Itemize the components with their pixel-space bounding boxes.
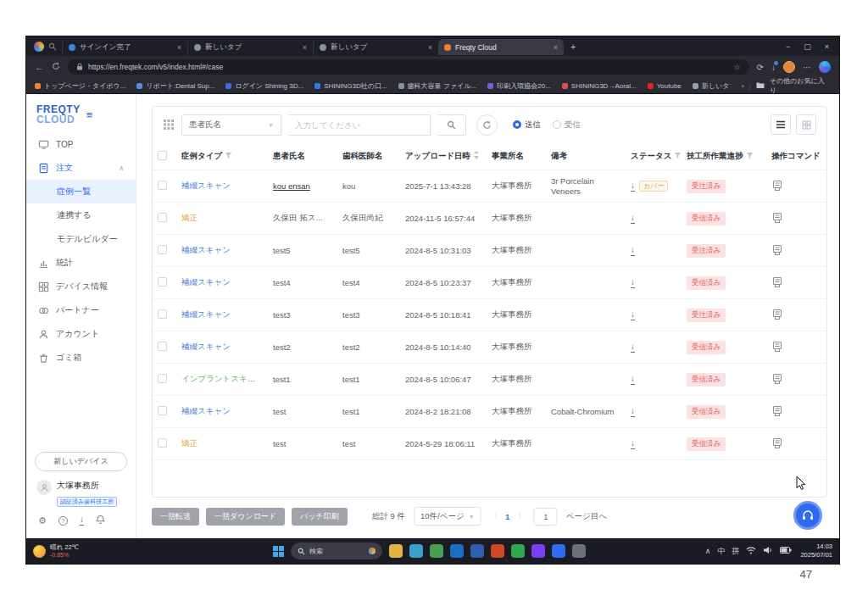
table-row[interactable]: 補綴スキャン kou ensan kou 2025-7-1 13:43:28 大…: [153, 170, 826, 203]
search-field-select[interactable]: 患者氏名 ▼: [181, 114, 281, 136]
browser-tab[interactable]: Freqty Cloud ×: [438, 39, 564, 55]
taskbar-clock[interactable]: 14:03 2025/07/01: [800, 543, 832, 559]
window-close-button[interactable]: ×: [825, 42, 829, 51]
filter-icon[interactable]: [225, 152, 232, 161]
operation-command-icon[interactable]: [771, 276, 783, 288]
table-row[interactable]: 補綴スキャン test5 test5 2024-8-5 10:31:03 大塚事…: [153, 235, 826, 267]
tab-close-icon[interactable]: ×: [428, 43, 432, 52]
case-type-link[interactable]: 矯正: [181, 213, 198, 222]
patient-name[interactable]: kou ensan: [273, 181, 310, 191]
download-icon[interactable]: ↓: [631, 375, 635, 385]
back-icon[interactable]: ←: [35, 62, 44, 72]
column-header[interactable]: アップロード日時: [400, 142, 487, 170]
table-row[interactable]: 補綴スキャン test4 test4 2024-8-5 10:23:37 大塚事…: [153, 267, 826, 299]
sidebar-item-partner[interactable]: パートナー: [26, 298, 136, 322]
sidebar-item-account[interactable]: アカウント: [26, 322, 136, 346]
operation-command-icon[interactable]: [771, 373, 783, 385]
downloads-icon[interactable]: ↓: [771, 63, 776, 72]
filter-icon[interactable]: [674, 152, 682, 161]
search-button[interactable]: [437, 114, 466, 136]
bookmark-item[interactable]: 新しいタブ: [693, 81, 731, 91]
more-menu-icon[interactable]: ⋯: [803, 63, 811, 72]
operation-command-icon[interactable]: [771, 437, 783, 449]
radio-receive[interactable]: 受信: [553, 120, 581, 131]
case-type-link[interactable]: 補綴スキャン: [181, 181, 231, 190]
help-icon[interactable]: ?: [58, 516, 68, 526]
operation-command-icon[interactable]: [771, 244, 783, 256]
tab-search-icon[interactable]: [48, 39, 57, 54]
grid-view-button[interactable]: [796, 114, 816, 135]
battery-icon[interactable]: [780, 547, 792, 555]
taskbar-app-edge[interactable]: [409, 544, 423, 558]
tab-close-icon[interactable]: ×: [303, 43, 307, 52]
row-checkbox[interactable]: [158, 245, 167, 254]
new-device-button[interactable]: 新しいデバイス: [35, 452, 127, 471]
case-type-link[interactable]: 矯正: [181, 438, 198, 448]
row-checkbox[interactable]: [158, 342, 167, 351]
copilot-icon[interactable]: [819, 61, 831, 73]
sidebar-item-trash[interactable]: ゴミ箱: [26, 346, 136, 370]
refresh-list-button[interactable]: [476, 114, 498, 136]
taskbar-app-store[interactable]: [450, 544, 464, 558]
taskbar-app-green[interactable]: [511, 544, 525, 558]
operation-command-icon[interactable]: [771, 405, 783, 417]
apps-grid-icon[interactable]: [163, 119, 175, 131]
batch-download-button[interactable]: 一括ダウンロード: [206, 508, 285, 526]
download-icon[interactable]: ↓: [631, 278, 635, 288]
download-icon[interactable]: ↓: [631, 181, 635, 192]
operation-command-icon[interactable]: [771, 309, 783, 320]
bookmark-item[interactable]: リポート:Dental Sup...: [136, 81, 214, 91]
sidebar-item-stats[interactable]: 統計: [26, 251, 136, 275]
batch-print-button[interactable]: バッチ印刷: [292, 508, 348, 526]
wifi-icon[interactable]: [746, 546, 756, 556]
row-checkbox[interactable]: [158, 181, 167, 190]
page-jump-input[interactable]: 1: [534, 508, 558, 526]
download-icon[interactable]: ↓: [631, 246, 635, 256]
notification-bell-icon[interactable]: [96, 515, 105, 526]
sidebar-item-orders[interactable]: 注文∧: [26, 156, 136, 180]
search-input[interactable]: [288, 114, 431, 136]
bookmark-item[interactable]: SHINING3D→Aoral...: [562, 81, 637, 91]
table-row[interactable]: 補綴スキャン test2 test2 2024-8-5 10:14:40 大塚事…: [153, 331, 826, 364]
case-type-link[interactable]: インプラントスキャン: [181, 374, 264, 383]
row-checkbox[interactable]: [158, 438, 167, 448]
column-header[interactable]: ステータス: [626, 142, 682, 170]
download-icon[interactable]: ↓: [631, 439, 635, 449]
tray-chevron-icon[interactable]: ∧: [705, 547, 711, 555]
bookmarks-overflow-icon[interactable]: ›: [742, 82, 744, 90]
table-row[interactable]: インプラントスキャン test1 test1 2024-8-5 10:06:47…: [153, 364, 826, 396]
account-section[interactable]: 大塚事務所 認証済み歯科技工所: [35, 471, 127, 507]
download-icon[interactable]: ↓: [631, 407, 635, 417]
filter-icon[interactable]: [746, 152, 754, 161]
ime-indicator-2[interactable]: 拼: [732, 546, 739, 557]
tab-close-icon[interactable]: ×: [554, 43, 558, 52]
download-icon[interactable]: ↓: [631, 342, 635, 353]
column-header[interactable]: 症例タイプ: [176, 142, 268, 170]
taskbar-app-mail[interactable]: [491, 544, 504, 558]
window-minimize-button[interactable]: −: [786, 42, 790, 51]
refresh-icon[interactable]: [52, 62, 60, 72]
radio-send[interactable]: 送信: [513, 120, 541, 131]
page-size-select[interactable]: 10件/ページ ▼: [414, 507, 481, 526]
taskbar-app-chrome[interactable]: [430, 544, 443, 558]
favorite-star-icon[interactable]: ☆: [734, 63, 741, 71]
row-checkbox[interactable]: [158, 374, 167, 383]
batch-transfer-button[interactable]: 一括転送: [152, 508, 199, 526]
sidebar-item-model-builder[interactable]: モデルビルダー: [26, 227, 136, 251]
taskbar-app-settings[interactable]: [572, 544, 586, 558]
taskbar-app-defender[interactable]: [470, 544, 484, 558]
sidebar-collapse-icon[interactable]: ≡: [86, 109, 93, 121]
list-view-button[interactable]: [771, 114, 791, 135]
current-page[interactable]: 1: [505, 512, 509, 521]
taskbar-app-s[interactable]: [552, 544, 565, 558]
row-checkbox[interactable]: [158, 309, 167, 319]
download-icon[interactable]: ↓: [631, 310, 635, 320]
browser-tab[interactable]: 新しいタブ ×: [187, 39, 313, 55]
browser-refresh-badge-icon[interactable]: ⟳: [757, 63, 764, 72]
operation-command-icon[interactable]: [771, 212, 783, 224]
sort-icon[interactable]: [473, 150, 480, 162]
bookmark-item[interactable]: Youtube: [648, 81, 682, 91]
case-type-link[interactable]: 補綴スキャン: [181, 406, 231, 415]
case-type-link[interactable]: 補綴スキャン: [181, 309, 231, 319]
prev-page-button[interactable]: 〈: [490, 511, 498, 522]
